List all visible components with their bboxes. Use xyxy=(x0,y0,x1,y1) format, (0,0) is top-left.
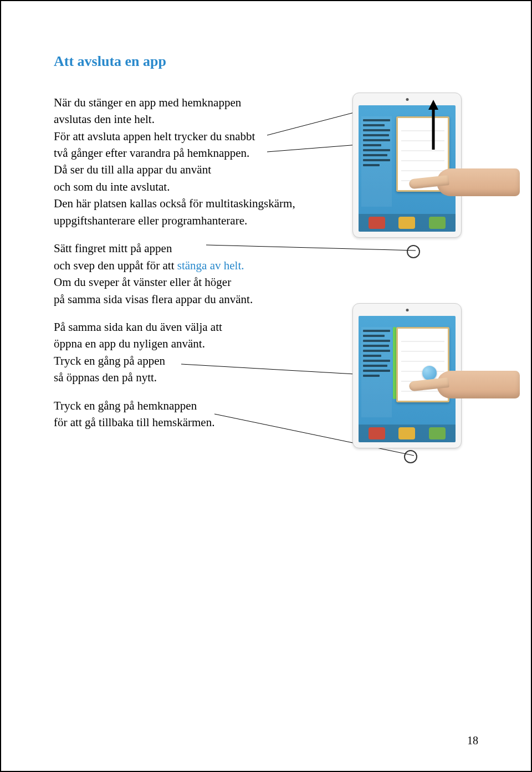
tablet-camera-icon xyxy=(406,309,408,311)
text-line: och svep den uppåt för att stänga av hel… xyxy=(54,257,478,274)
page-title: Att avsluta en app xyxy=(54,51,478,72)
text-line: på samma sida visas flera appar du använ… xyxy=(54,291,478,308)
text-line: När du stänger en app med hemknappen xyxy=(54,94,478,111)
text-line: För att avsluta appen helt trycker du sn… xyxy=(54,128,478,145)
emphasis-link: stänga av helt. xyxy=(177,259,244,272)
hand-pointing-icon xyxy=(409,359,520,408)
swipe-up-arrow-icon xyxy=(430,100,437,150)
text-line: På samma sida kan du även välja att xyxy=(54,319,478,335)
text-line: uppgiftshanterare eller programhanterare… xyxy=(54,212,478,229)
text-line: avslutas den inte helt. xyxy=(54,111,478,127)
callout-circle-icon xyxy=(407,245,420,258)
text-line: öppna en app du nyligen använt. xyxy=(54,335,478,352)
document-page: Att avsluta en app När du stänger en app… xyxy=(0,0,532,772)
page-number: 18 xyxy=(467,733,478,749)
text-span: och svep den uppåt för att xyxy=(54,259,177,272)
text-line: Om du sveper åt vänster eller åt höger xyxy=(54,274,478,290)
text-line: för att gå tillbaka till hemskärmen. xyxy=(54,414,478,431)
callout-circle-icon xyxy=(404,450,417,463)
hand-pointing-icon xyxy=(409,156,520,206)
